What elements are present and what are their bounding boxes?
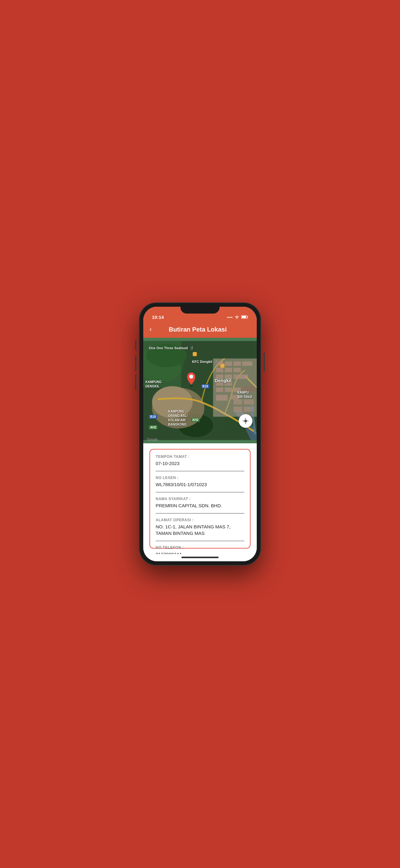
- location-button[interactable]: [239, 414, 253, 428]
- svg-rect-29: [231, 395, 239, 399]
- svg-rect-13: [225, 361, 232, 366]
- road-badge-ah2-2: AH2: [149, 425, 158, 429]
- home-indicator: [143, 554, 257, 561]
- status-icons: ••••: [227, 315, 248, 320]
- phone-frame: 10:14 •••• ‹ Butir: [139, 303, 261, 565]
- field-nama-syarikat: NAMA SYARIKAT : PREMRIN CAPITAL SDN. BHD…: [156, 497, 244, 514]
- label-no-telefon: NO TELEFON :: [156, 546, 244, 550]
- svg-point-8: [146, 344, 187, 367]
- svg-rect-32: [233, 407, 242, 412]
- google-label: Google: [146, 437, 157, 441]
- svg-rect-30: [233, 399, 242, 404]
- info-card: TEMPOH TAMAT : 07-10-2023 NO LESEN : WL7…: [143, 443, 257, 554]
- svg-rect-15: [242, 361, 253, 366]
- svg-rect-22: [216, 381, 223, 385]
- svg-rect-14: [233, 361, 241, 366]
- battery-icon: [241, 315, 248, 320]
- svg-rect-2: [242, 316, 246, 318]
- card-border: TEMPOH TAMAT : 07-10-2023 NO LESEN : WL7…: [149, 449, 251, 549]
- field-no-lesen: NO LESEN : WL7883/10/01-1/071023: [156, 475, 244, 492]
- label-alamat-operasi: ALAMAT OPERASI :: [156, 518, 244, 522]
- map-view[interactable]: 🍴 🍴 One One Three Seafood 🍴 KFC Dengkil …: [143, 338, 257, 443]
- svg-text:🍴: 🍴: [221, 364, 224, 368]
- label-nama-syarikat: NAMA SYARIKAT :: [156, 497, 244, 501]
- wifi-icon: [234, 315, 239, 320]
- value-alamat-operasi: NO. 1C-1, JALAN BINTANG MAS 7, TAMAN BIN…: [156, 523, 244, 536]
- svg-point-10: [152, 386, 193, 418]
- volume-up-button: [135, 356, 136, 371]
- value-nama-syarikat: PREMRIN CAPITAL SDN. BHD.: [156, 502, 244, 509]
- status-time: 10:14: [152, 314, 164, 320]
- svg-text:🍴: 🍴: [193, 353, 197, 356]
- svg-rect-23: [225, 381, 232, 385]
- label-tempoh-tamat: TEMPOH TAMAT :: [156, 455, 244, 459]
- road-badge-ah2-1: AH2: [191, 418, 200, 422]
- signal-icon: ••••: [227, 315, 233, 320]
- value-no-lesen: WL7883/10/01-1/071023: [156, 481, 244, 488]
- back-button[interactable]: ‹: [149, 326, 152, 333]
- svg-rect-16: [216, 368, 223, 372]
- svg-rect-18: [233, 368, 241, 372]
- svg-rect-31: [244, 399, 254, 404]
- svg-rect-21: [233, 374, 248, 379]
- svg-rect-28: [216, 395, 228, 401]
- notch: [180, 303, 220, 314]
- silent-button: [135, 340, 136, 350]
- svg-rect-1: [247, 316, 248, 318]
- field-tempoh-tamat: TEMPOH TAMAT : 07-10-2023: [156, 455, 244, 471]
- field-alamat-operasi: ALAMAT OPERASI : NO. 1C-1, JALAN BINTANG…: [156, 518, 244, 541]
- svg-rect-24: [216, 388, 223, 392]
- power-button: [264, 353, 265, 371]
- volume-down-button: [135, 374, 136, 390]
- field-no-telefon: NO TELEFON : 0137899344: [156, 546, 244, 554]
- value-tempoh-tamat: 07-10-2023: [156, 460, 244, 467]
- svg-point-40: [244, 420, 246, 422]
- svg-rect-26: [233, 388, 241, 392]
- value-no-telefon: 0137899344: [156, 551, 244, 554]
- road-badge-b18-1: B18: [201, 384, 209, 389]
- svg-point-34: [189, 374, 193, 378]
- home-bar: [181, 557, 219, 558]
- svg-rect-19: [216, 374, 223, 379]
- page-title: Butiran Peta Lokasi: [155, 326, 241, 333]
- label-no-lesen: NO LESEN :: [156, 475, 244, 480]
- app-header: ‹ Butiran Peta Lokasi: [143, 322, 257, 338]
- svg-rect-20: [225, 374, 232, 379]
- svg-rect-27: [242, 386, 255, 392]
- phone-screen: 10:14 •••• ‹ Butir: [143, 307, 257, 561]
- road-badge-b18-2: B18: [149, 415, 157, 419]
- svg-point-35: [190, 385, 193, 387]
- svg-rect-25: [225, 388, 232, 392]
- svg-rect-17: [225, 368, 232, 372]
- google-watermark: Google: [146, 437, 157, 441]
